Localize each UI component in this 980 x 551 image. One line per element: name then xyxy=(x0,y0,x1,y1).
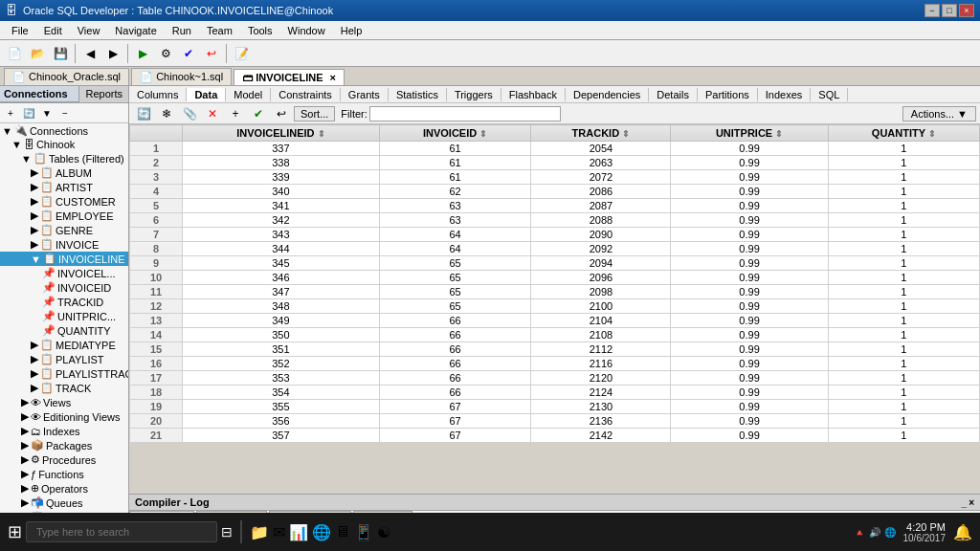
cell-quantity[interactable]: 1 xyxy=(828,371,979,386)
cell-invoiceid[interactable]: 66 xyxy=(379,314,531,328)
refresh-button[interactable]: 🔄 xyxy=(20,105,37,121)
cell-unitprice[interactable]: 0.99 xyxy=(671,328,828,342)
close-button[interactable]: × xyxy=(959,4,974,17)
cell-unitprice[interactable]: 0.99 xyxy=(671,299,828,314)
table-row[interactable]: 8 344 64 2092 0.99 1 xyxy=(130,242,980,256)
tree-invoiceline[interactable]: ▼ 📋 INVOICELINE xyxy=(0,252,128,266)
cell-invoicelineid[interactable]: 337 xyxy=(183,142,380,156)
table-row[interactable]: 6 342 63 2088 0.99 1 xyxy=(130,213,980,228)
cell-invoiceid[interactable]: 61 xyxy=(379,142,531,156)
cell-invoiceid[interactable]: 66 xyxy=(379,386,531,400)
menu-file[interactable]: File xyxy=(4,23,36,38)
cell-unitprice[interactable]: 0.99 xyxy=(671,285,828,299)
cell-invoiceid[interactable]: 63 xyxy=(379,199,531,213)
sub-tab-sql[interactable]: SQL xyxy=(811,88,848,101)
sub-tab-dependencies[interactable]: Dependencies xyxy=(566,88,649,101)
cell-invoiceid[interactable]: 65 xyxy=(379,285,531,299)
tree-customer[interactable]: ▶ 📋 CUSTOMER xyxy=(0,194,128,209)
collapse-button[interactable]: − xyxy=(56,105,74,121)
log-minimize[interactable]: _ xyxy=(962,497,968,508)
tab-chinook1[interactable]: 📄 Chinook~1.sql xyxy=(131,68,232,85)
cell-trackid[interactable]: 2098 xyxy=(531,285,671,299)
cell-unitprice[interactable]: 0.99 xyxy=(671,242,828,256)
sub-tab-data[interactable]: Data xyxy=(187,88,226,101)
cell-unitprice[interactable]: 0.99 xyxy=(671,429,828,443)
cell-trackid[interactable]: 2054 xyxy=(531,142,671,156)
cell-quantity[interactable]: 1 xyxy=(828,156,979,170)
commit-button[interactable]: ✔ xyxy=(178,43,199,64)
refresh-data-button[interactable]: 🔄 xyxy=(133,103,154,124)
sort-button[interactable]: Sort... xyxy=(294,106,335,121)
run-script-button[interactable]: ⚙ xyxy=(155,43,176,64)
cell-quantity[interactable]: 1 xyxy=(828,285,979,299)
cell-invoicelineid[interactable]: 339 xyxy=(183,170,380,185)
col-quantity[interactable]: QUANTITY ⇕ xyxy=(828,125,979,142)
tree-procedures[interactable]: ▶ ⚙ Procedures xyxy=(0,452,128,467)
cell-invoicelineid[interactable]: 351 xyxy=(183,342,380,357)
cell-invoicelineid[interactable]: 356 xyxy=(183,414,380,429)
actions-button[interactable]: Actions... ▼ xyxy=(902,106,976,121)
cell-unitprice[interactable]: 0.99 xyxy=(671,213,828,228)
cell-invoicelineid[interactable]: 345 xyxy=(183,256,380,271)
tree-playlist[interactable]: ▶ 📋 PLAYLIST xyxy=(0,352,128,366)
cell-trackid[interactable]: 2072 xyxy=(531,170,671,185)
cell-invoiceid[interactable]: 61 xyxy=(379,170,531,185)
cell-quantity[interactable]: 1 xyxy=(828,256,979,271)
cell-trackid[interactable]: 2130 xyxy=(531,400,671,414)
cell-trackid[interactable]: 2100 xyxy=(531,299,671,314)
tree-indexes[interactable]: ▶ 🗂 Indexes xyxy=(0,424,128,438)
sub-tab-flashback[interactable]: Flashback xyxy=(501,88,566,101)
table-row[interactable]: 9 345 65 2094 0.99 1 xyxy=(130,256,980,271)
cell-trackid[interactable]: 2104 xyxy=(531,314,671,328)
cell-trackid[interactable]: 2088 xyxy=(531,213,671,228)
cell-trackid[interactable]: 2136 xyxy=(531,414,671,429)
open-button[interactable]: 📂 xyxy=(27,43,48,64)
table-row[interactable]: 19 355 67 2130 0.99 1 xyxy=(130,400,980,414)
sql-worksheet-button[interactable]: 📝 xyxy=(231,43,252,64)
table-row[interactable]: 18 354 66 2124 0.99 1 xyxy=(130,386,980,400)
filter-button[interactable]: ▼ xyxy=(38,105,56,121)
tree-functions[interactable]: ▶ ƒ Functions xyxy=(0,467,128,481)
table-row[interactable]: 5 341 63 2087 0.99 1 xyxy=(130,199,980,213)
menu-view[interactable]: View xyxy=(70,23,108,38)
menu-help[interactable]: Help xyxy=(333,23,370,38)
cell-invoiceid[interactable]: 67 xyxy=(379,414,531,429)
cell-quantity[interactable]: 1 xyxy=(828,429,979,443)
cell-quantity[interactable]: 1 xyxy=(828,414,979,429)
computer-icon[interactable]: 🖥 xyxy=(335,523,350,540)
tree-album[interactable]: ▶ 📋 ALBUM xyxy=(0,165,128,180)
tree-packages[interactable]: ▶ 📦 Packages xyxy=(0,438,128,452)
menu-window[interactable]: Window xyxy=(280,23,333,38)
menu-run[interactable]: Run xyxy=(165,23,199,38)
cell-invoicelineid[interactable]: 354 xyxy=(183,386,380,400)
table-row[interactable]: 20 356 67 2136 0.99 1 xyxy=(130,414,980,429)
cell-invoicelineid[interactable]: 353 xyxy=(183,371,380,386)
cell-trackid[interactable]: 2108 xyxy=(531,328,671,342)
freeze-button[interactable]: ❄ xyxy=(156,103,177,124)
cell-quantity[interactable]: 1 xyxy=(828,342,979,357)
cell-quantity[interactable]: 1 xyxy=(828,400,979,414)
cell-invoicelineid[interactable]: 350 xyxy=(183,328,380,342)
tab-invoiceline[interactable]: 🗃 INVOICELINE × xyxy=(234,69,345,85)
tree-views[interactable]: ▶ 👁 Views xyxy=(0,395,128,409)
cell-invoiceid[interactable]: 65 xyxy=(379,299,531,314)
sub-tab-details[interactable]: Details xyxy=(649,88,698,101)
cell-invoicelineid[interactable]: 340 xyxy=(183,185,380,199)
tree-mediatype[interactable]: ▶ 📋 MEDIATYPE xyxy=(0,338,128,352)
filter-input[interactable] xyxy=(369,106,561,121)
cell-invoicelineid[interactable]: 341 xyxy=(183,199,380,213)
cell-trackid[interactable]: 2086 xyxy=(531,185,671,199)
cell-unitprice[interactable]: 0.99 xyxy=(671,199,828,213)
cell-unitprice[interactable]: 0.99 xyxy=(671,357,828,371)
file-explorer-icon[interactable]: 📁 xyxy=(250,523,269,541)
menu-tools[interactable]: Tools xyxy=(240,23,280,38)
cell-invoicelineid[interactable]: 338 xyxy=(183,156,380,170)
forward-button[interactable]: ▶ xyxy=(102,43,123,64)
cell-quantity[interactable]: 1 xyxy=(828,386,979,400)
cell-unitprice[interactable]: 0.99 xyxy=(671,228,828,242)
cell-quantity[interactable]: 1 xyxy=(828,142,979,156)
minimize-button[interactable]: − xyxy=(924,4,940,17)
sub-tab-columns[interactable]: Columns xyxy=(129,88,187,101)
cell-quantity[interactable]: 1 xyxy=(828,199,979,213)
sub-tab-statistics[interactable]: Statistics xyxy=(389,88,447,101)
